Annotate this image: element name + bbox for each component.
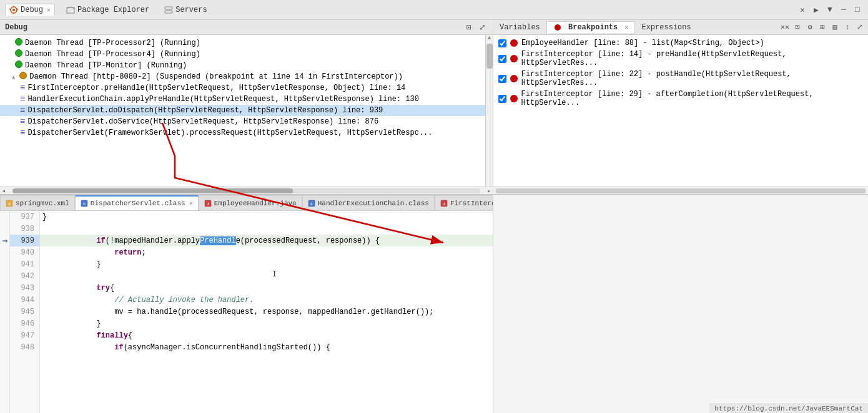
thread-tp-processor4[interactable]: Daemon Thread [TP-Processor4] (Running) — [0, 49, 485, 60]
code-content[interactable]: } if (!mappedHandler.applyPreHandle(proc… — [40, 211, 493, 413]
thread-tp-processor2-label: Daemon Thread [TP-Processor2] (Running) — [25, 39, 200, 47]
thread-tp-monitor[interactable]: Daemon Thread [TP-Monitor] (Running) — [0, 60, 485, 71]
gutter-945 — [0, 306, 10, 318]
bp-action-3[interactable]: ⚙ — [804, 22, 816, 33]
tab-employeehandler-label: EmployeeHandler.java — [214, 200, 297, 207]
tab-breakpoints[interactable]: Breakpoints ✕ — [546, 21, 636, 33]
hscroll-left[interactable]: ◂ — [0, 187, 7, 195]
stack-icon-1 — [20, 83, 25, 93]
debug-panel-actions: ⊡ ⤢ — [463, 22, 488, 33]
maximize-btn[interactable]: □ — [852, 4, 863, 16]
hscroll-right[interactable]: ▸ — [485, 187, 493, 195]
tab-firstinterceptor[interactable]: J FirstInterceptor.java — [435, 195, 493, 210]
code-line-946: } — [40, 318, 493, 329]
ln-943: 943 — [10, 282, 39, 294]
tab-variables[interactable]: Variables — [493, 22, 546, 33]
xml-icon: X — [6, 200, 13, 207]
bp-action-remove-all[interactable]: ✕✕ — [779, 22, 791, 33]
gutter-946 — [0, 318, 10, 329]
debug-action-2[interactable]: ⤢ — [476, 22, 488, 33]
ln-947: 947 — [10, 329, 39, 341]
tab-package-explorer[interactable]: Package Explorer — [62, 4, 153, 16]
debug-top: Debug ⊡ ⤢ Daemon Thread [TP-Processor2] … — [0, 20, 493, 195]
thread-tp-processor4-label: Daemon Thread [TP-Processor4] (Running) — [25, 50, 200, 59]
stack-frame-4[interactable]: DispatcherServlet.doService(HttpServletR… — [0, 116, 485, 127]
gutter-938 — [0, 223, 10, 235]
right-lower — [493, 195, 868, 413]
ln-948: 948 — [10, 341, 39, 353]
class-icon-1: C — [81, 200, 88, 207]
debug-icon — [9, 6, 18, 14]
dropdown-btn[interactable]: ▼ — [824, 4, 836, 16]
bp-item-2: FirstInterceptor [line: 14] - preHandle(… — [493, 49, 868, 69]
tab-handlerexecutionchain[interactable]: C HandlerExecutionChain.class — [302, 195, 435, 210]
stack-frame-2[interactable]: HandlerExecutionChain.applyPreHandle(Htt… — [0, 94, 485, 105]
vscroll-thumb[interactable] — [486, 44, 493, 69]
debug-tree: Daemon Thread [TP-Processor2] (Running) … — [0, 35, 485, 187]
bp-item-3: FirstInterceptor [line: 22] - postHandle… — [493, 69, 868, 89]
code-line-941: } — [40, 258, 493, 270]
bp-action-4[interactable]: ⊞ — [817, 22, 828, 33]
svg-text:J: J — [443, 202, 445, 206]
java-icon-1: J — [204, 200, 212, 207]
status-bar: https://blog.csdn.net/JavaEESmartCat — [709, 404, 868, 413]
stack-frame-1[interactable]: FirstInterceptor.preHandle(HttpServletRe… — [0, 82, 485, 94]
resume-btn[interactable]: ▶ — [811, 4, 822, 16]
code-line-944: // Actually invoke the handler. — [40, 294, 493, 306]
bp-text-2: FirstInterceptor [line: 14] - preHandle(… — [521, 50, 863, 67]
hscroll-track — [12, 188, 480, 193]
stack-frame-5-label: DispatcherServlet(FrameworkServlet).proc… — [27, 129, 432, 137]
gutter-948 — [0, 341, 10, 353]
bp-icon-4 — [510, 95, 518, 102]
bp-text-1: EmployeeHandler [line: 88] - list(Map<St… — [521, 39, 764, 47]
code-line-940: return; — [40, 246, 493, 258]
gutter-947 — [0, 329, 10, 341]
tab-package-explorer-label: Package Explorer — [77, 6, 149, 14]
code-line-938 — [40, 223, 493, 235]
tab-dispatcherservlet-label: DispatcherServlet.class — [91, 200, 185, 207]
debug-action-1[interactable]: ⊡ — [463, 22, 475, 33]
tab-springmvc-xml-label: springmvc.xml — [16, 200, 69, 207]
bp-action-6[interactable]: ↕ — [842, 22, 853, 33]
bp-action-5[interactable]: ▤ — [829, 22, 841, 33]
gutter-942 — [0, 270, 10, 282]
hscroll-thumb[interactable] — [12, 188, 293, 193]
line-gutter: ⇒ — [0, 211, 10, 413]
code-line-947: finally { — [40, 329, 493, 341]
debug-panel-header: Debug ⊡ ⤢ — [0, 20, 493, 35]
tab-debug-close[interactable]: ✕ — [47, 6, 51, 14]
tab-dispatcherservlet-close[interactable]: ✕ — [189, 200, 193, 207]
stack-icon-3 — [20, 105, 25, 115]
bp-action-2[interactable]: ⊡ — [792, 22, 803, 33]
bp-text-3: FirstInterceptor [line: 22] - postHandle… — [521, 70, 863, 87]
bp-checkbox-4[interactable] — [498, 95, 506, 103]
tab-springmvc-xml[interactable]: X springmvc.xml — [0, 195, 75, 210]
code-line-942 — [40, 270, 493, 282]
bp-checkbox-2[interactable] — [498, 55, 506, 63]
thread-http-8080-2[interactable]: ▴ Daemon Thread [http-8080-2] (Suspended… — [0, 71, 485, 82]
stack-frame-3[interactable]: DispatcherServlet.doDispatch(HttpServlet… — [0, 105, 485, 116]
close-all-btn[interactable]: ✕ — [797, 4, 808, 16]
ln-938: 938 — [10, 223, 39, 235]
tab-servers[interactable]: Servers — [160, 4, 210, 16]
bp-action-7[interactable]: ⤢ — [854, 22, 866, 33]
ln-940: 940 — [10, 246, 39, 258]
tab-dispatcherservlet-class[interactable]: C DispatcherServlet.class ✕ — [75, 195, 199, 210]
bp-checkbox-1[interactable] — [498, 39, 506, 47]
vscroll-up[interactable]: ▲ — [486, 35, 493, 41]
debug-vscrollbar[interactable]: ▲ — [485, 35, 493, 187]
tab-debug[interactable]: Debug ✕ — [5, 4, 55, 16]
tab-expressions[interactable]: Expressions — [635, 22, 697, 33]
thread-tp-processor2[interactable]: Daemon Thread [TP-Processor2] (Running) — [0, 37, 485, 49]
tab-handlerexecutionchain-label: HandlerExecutionChain.class — [318, 200, 429, 207]
tab-breakpoints-label: Breakpoints — [568, 23, 618, 32]
thread-http-8080-2-label: Daemon Thread [http-8080-2] (Suspended (… — [29, 72, 403, 81]
tab-employeehandler[interactable]: J EmployeeHandler.java — [199, 195, 302, 210]
thread-suspended-icon — [19, 72, 27, 82]
right-hscrollbar[interactable] — [493, 187, 868, 194]
gutter-937 — [0, 211, 10, 223]
stack-frame-5[interactable]: DispatcherServlet(FrameworkServlet).proc… — [0, 127, 485, 138]
bp-checkbox-3[interactable] — [498, 75, 506, 83]
minimize-btn[interactable]: ─ — [838, 4, 849, 16]
debug-hscrollbar[interactable]: ◂ ▸ — [0, 187, 493, 194]
